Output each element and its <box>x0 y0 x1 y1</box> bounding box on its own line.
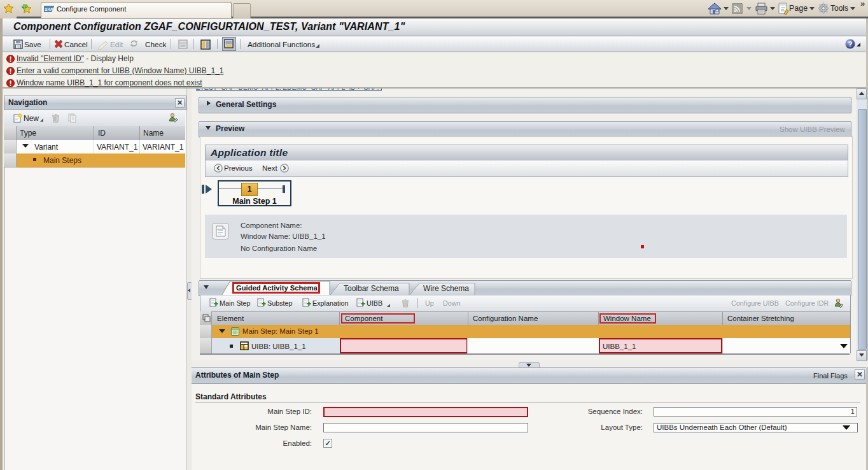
svg-text:SAP: SAP <box>45 7 53 11</box>
svg-text:?: ? <box>848 40 853 48</box>
